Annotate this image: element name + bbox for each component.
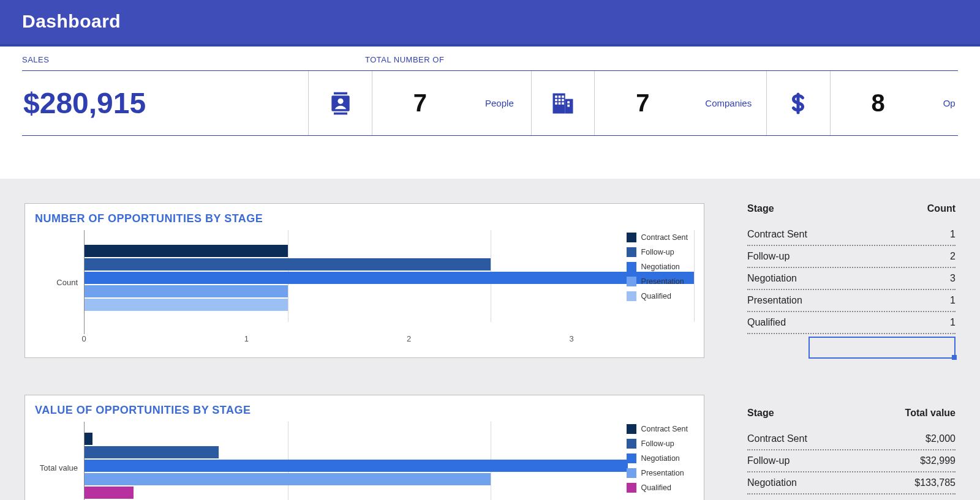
stat-value: 7: [398, 89, 443, 117]
table-cell-stage: Contract Sent: [747, 229, 950, 240]
legend-label: Contract Sent: [641, 425, 688, 433]
chart-title: NUMBER OF OPPORTUNITIES BY STAGE: [35, 210, 694, 230]
table-cell-stage: Contract Sent: [747, 433, 925, 444]
legend-item: Contract Sent: [627, 233, 688, 242]
legend-swatch: [627, 277, 636, 286]
legend-swatch: [627, 483, 636, 493]
legend-label: Presentation: [641, 277, 684, 286]
stat-label: Companies: [705, 98, 752, 108]
page-title: Dashboard: [22, 11, 958, 32]
table-cell-stage: Follow-up: [747, 251, 950, 262]
dashboard-area: NUMBER OF OPPORTUNITIES BY STAGE Count C…: [0, 179, 980, 500]
chart-bar: [85, 258, 491, 271]
stat-cell-people-label: People: [468, 71, 531, 135]
table-row[interactable]: Presentation1: [747, 290, 956, 312]
stat-value: 8: [855, 89, 900, 117]
svg-rect-8: [562, 95, 564, 98]
legend-label: Follow-up: [641, 439, 674, 448]
table-header-stage: Stage: [747, 408, 905, 419]
svg-point-2: [337, 98, 343, 103]
svg-rect-10: [559, 99, 561, 101]
table-row[interactable]: Follow-up2: [747, 246, 956, 268]
summary-row: $280,915 7 People 7 Companies 8 Op: [22, 71, 958, 136]
stat-value: 7: [620, 89, 665, 117]
legend-item: Follow-up: [627, 247, 688, 257]
charts-column: NUMBER OF OPPORTUNITIES BY STAGE Count C…: [24, 203, 704, 500]
chart-xtick: 0: [81, 334, 86, 343]
stat-cell-opps-label: Op: [925, 71, 958, 135]
table-row[interactable]: Follow-up$32,999: [747, 450, 956, 472]
chart-opp-value: VALUE OF OPPORTUNITIES BY STAGE Total va…: [24, 395, 704, 500]
legend-label: Presentation: [641, 469, 684, 477]
opp-count-table: Stage Count Contract Sent1Follow-up2Nego…: [747, 203, 956, 359]
legend-swatch: [627, 233, 636, 242]
table-cell-stage: Negotiation: [747, 477, 914, 488]
table-row[interactable]: Contract Sent1: [747, 224, 956, 246]
table-row[interactable]: Negotiation$133,785: [747, 472, 956, 494]
chart-bar: [85, 460, 628, 472]
chart-xaxis: 0123: [84, 334, 571, 348]
table-cell-value: $133,785: [914, 477, 956, 488]
svg-rect-11: [562, 99, 564, 101]
table-cell-stage: Qualified: [747, 317, 950, 328]
table-row[interactable]: Qualified1: [747, 312, 956, 334]
building-icon: [548, 89, 578, 118]
table-row[interactable]: Presentation$100,000: [747, 494, 956, 500]
table-cell-count: 1: [950, 229, 956, 240]
legend-item: Presentation: [627, 468, 688, 478]
selected-cell[interactable]: [809, 337, 956, 359]
chart-legend: Contract SentFollow-upNegotiationPresent…: [627, 233, 688, 306]
legend-swatch: [627, 439, 636, 449]
stat-cell-people-icon: [308, 71, 371, 135]
chart-plot: [84, 230, 694, 334]
chart-xtick: 3: [569, 334, 573, 343]
table-cell-count: 1: [950, 295, 956, 306]
chart-bar: [85, 299, 288, 311]
chart-title: VALUE OF OPPORTUNITIES BY STAGE: [35, 401, 694, 422]
table-header-stage: Stage: [747, 203, 927, 214]
legend-label: Qualified: [641, 483, 671, 492]
table-cell-stage: Follow-up: [747, 455, 920, 466]
table-cell-value: $2,000: [925, 433, 956, 444]
chart-xtick: 2: [407, 334, 411, 343]
svg-rect-3: [334, 112, 347, 114]
chart-opp-count: NUMBER OF OPPORTUNITIES BY STAGE Count C…: [24, 203, 704, 358]
stat-cell-companies-label: Companies: [690, 71, 766, 135]
chart-body: Total value Contract SentFollow-upNegoti…: [35, 422, 694, 500]
legend-swatch: [627, 424, 636, 434]
legend-item: Presentation: [627, 277, 688, 286]
legend-label: Negotiation: [641, 263, 680, 271]
chart-legend: Contract SentFollow-upNegotiationPresent…: [627, 424, 688, 498]
table-cell-count: 1: [950, 317, 956, 328]
table-header-count: Count: [927, 203, 956, 214]
stat-label: Op: [943, 98, 956, 108]
chart-bar: [85, 433, 92, 445]
legend-label: Contract Sent: [641, 233, 688, 242]
chart-body: Count Contract SentFollow-upNegotiationP…: [35, 230, 694, 334]
chart-ylabel: Total value: [35, 422, 84, 500]
svg-rect-16: [568, 104, 570, 106]
chart-bar: [85, 272, 694, 284]
legend-item: Negotiation: [627, 453, 688, 463]
table-cell-stage: Presentation: [747, 295, 950, 306]
stat-cell-people-value: 7: [372, 71, 468, 135]
legend-item: Qualified: [627, 483, 688, 493]
dollar-icon: [783, 89, 813, 118]
side-tables-column: Stage Count Contract Sent1Follow-up2Nego…: [747, 203, 956, 500]
chart-bar: [85, 245, 288, 257]
legend-swatch: [627, 262, 636, 272]
svg-rect-7: [559, 95, 561, 98]
legend-label: Negotiation: [641, 454, 680, 463]
chart-bar: [85, 487, 134, 499]
chart-plot: [84, 422, 694, 500]
svg-rect-13: [559, 102, 561, 105]
total-number-label: TOTAL NUMBER OF: [365, 55, 958, 71]
table-row[interactable]: Contract Sent$2,000: [747, 428, 956, 450]
legend-swatch: [627, 468, 636, 478]
sales-value: $280,915: [22, 71, 308, 135]
table-row[interactable]: Negotiation3: [747, 268, 956, 290]
chart-xtick: 1: [244, 334, 249, 343]
table-cell-count: 2: [950, 251, 956, 262]
table-header-value: Total value: [905, 408, 956, 419]
legend-item: Follow-up: [627, 439, 688, 449]
